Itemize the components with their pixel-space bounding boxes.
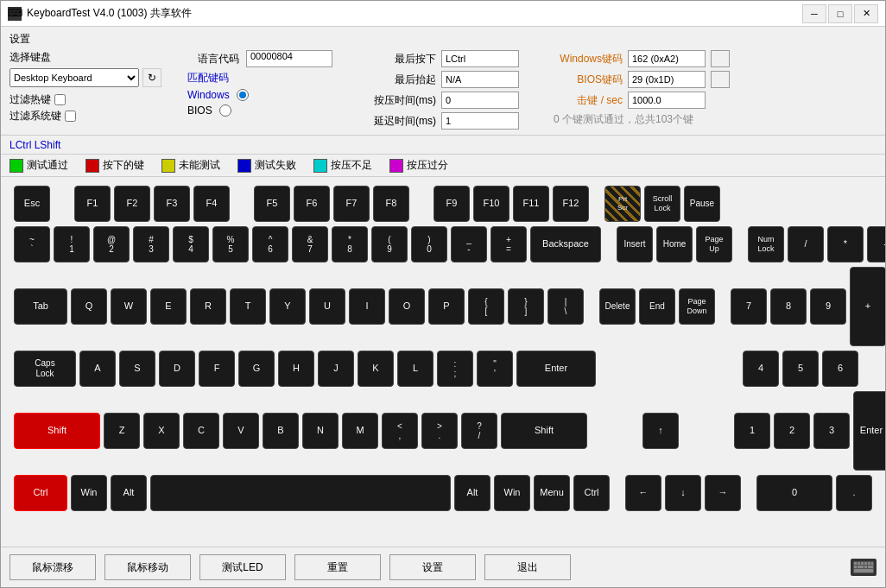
key-6[interactable]: ^6 (252, 226, 288, 262)
mouse-hover-button[interactable]: 鼠标漂移 (9, 554, 96, 580)
match-bios-radio[interactable] (219, 104, 231, 117)
key-h[interactable]: H (278, 351, 314, 387)
key-num-lock[interactable]: NumLock (748, 226, 784, 262)
quit-button[interactable]: 退出 (484, 554, 571, 580)
key-q[interactable]: Q (71, 288, 107, 325)
key-u[interactable]: U (309, 288, 345, 325)
key-z[interactable]: Z (104, 413, 140, 449)
key-period[interactable]: >. (421, 413, 458, 449)
key-1[interactable]: !1 (54, 226, 90, 262)
key-semicolon[interactable]: :; (437, 351, 473, 387)
key-prtsc[interactable]: PrtScr (604, 186, 641, 222)
reset-button[interactable]: 重置 (294, 554, 381, 580)
key-b[interactable]: B (263, 413, 299, 449)
key-f[interactable]: F (199, 351, 235, 387)
key-slash[interactable]: ?/ (461, 413, 497, 449)
key-w[interactable]: W (111, 288, 147, 325)
key-ctrl-right[interactable]: Ctrl (573, 475, 610, 511)
refresh-button[interactable]: ↻ (142, 68, 161, 87)
key-num-7[interactable]: 7 (731, 288, 767, 325)
key-f10[interactable]: F10 (473, 186, 509, 222)
key-r[interactable]: R (190, 288, 226, 325)
key-alt-right[interactable]: Alt (454, 475, 490, 511)
key-end[interactable]: End (639, 288, 675, 325)
key-enter[interactable]: Enter (516, 351, 596, 387)
key-num-3[interactable]: 3 (813, 413, 850, 449)
key-k[interactable]: K (358, 351, 394, 387)
key-m[interactable]: M (342, 413, 378, 449)
key-num-6[interactable]: 6 (822, 351, 858, 387)
key-caps-lock[interactable]: CapsLock (14, 351, 76, 387)
key-x[interactable]: X (143, 413, 180, 449)
key-num-0[interactable]: 0 (756, 475, 832, 511)
key-f2[interactable]: F2 (114, 186, 150, 222)
key-up[interactable]: ↑ (642, 413, 679, 449)
key-minus[interactable]: _- (451, 226, 487, 262)
key-scroll-lock[interactable]: ScrollLock (644, 186, 680, 222)
key-delete[interactable]: Delete (599, 288, 636, 325)
filter-system-checkbox[interactable] (65, 111, 76, 122)
key-4[interactable]: $4 (173, 226, 209, 262)
key-y[interactable]: Y (269, 288, 306, 325)
key-f9[interactable]: F9 (434, 186, 470, 222)
key-2[interactable]: @2 (93, 226, 130, 262)
key-home[interactable]: Home (656, 226, 693, 262)
test-led-button[interactable]: 测试LED (199, 554, 286, 580)
key-quote[interactable]: "' (477, 351, 513, 387)
key-lbracket[interactable]: {[ (468, 288, 504, 325)
key-e[interactable]: E (150, 288, 187, 325)
key-down[interactable]: ↓ (665, 475, 701, 511)
key-num-dot[interactable]: . (836, 475, 872, 511)
key-num-slash[interactable]: / (788, 226, 824, 262)
key-f12[interactable]: F12 (553, 186, 589, 222)
key-win-right[interactable]: Win (494, 475, 530, 511)
key-space[interactable] (150, 475, 451, 511)
key-num-star[interactable]: * (827, 226, 864, 262)
key-backspace[interactable]: Backspace (530, 226, 601, 262)
key-s[interactable]: S (119, 351, 155, 387)
key-f6[interactable]: F6 (294, 186, 330, 222)
settings-button[interactable]: 设置 (389, 554, 476, 580)
key-insert[interactable]: Insert (617, 226, 653, 262)
key-num-5[interactable]: 5 (782, 351, 819, 387)
key-backtick[interactable]: ~` (14, 226, 50, 262)
key-num-plus[interactable]: + (850, 267, 885, 346)
key-l[interactable]: L (397, 351, 434, 387)
key-num-enter[interactable]: Enter (853, 391, 885, 471)
key-page-down[interactable]: PageDown (679, 288, 715, 325)
key-f7[interactable]: F7 (333, 186, 370, 222)
key-rbracket[interactable]: }] (508, 288, 544, 325)
key-esc[interactable]: Esc (14, 186, 50, 222)
key-left[interactable]: ← (625, 475, 661, 511)
key-d[interactable]: D (159, 351, 195, 387)
key-o[interactable]: O (389, 288, 425, 325)
maximize-button[interactable]: □ (828, 4, 852, 23)
key-f5[interactable]: F5 (254, 186, 290, 222)
key-f1[interactable]: F1 (74, 186, 111, 222)
key-backslash[interactable]: |\ (547, 288, 584, 325)
key-page-up[interactable]: PageUp (696, 226, 732, 262)
key-alt-left[interactable]: Alt (111, 475, 147, 511)
key-right[interactable]: → (705, 475, 741, 511)
filter-hotkeys-checkbox[interactable] (54, 94, 66, 105)
key-num-2[interactable]: 2 (774, 413, 810, 449)
key-f8[interactable]: F8 (373, 186, 409, 222)
key-num-minus[interactable]: - (867, 226, 885, 262)
key-ctrl-left[interactable]: Ctrl (14, 475, 67, 511)
key-v[interactable]: V (223, 413, 259, 449)
key-f11[interactable]: F11 (513, 186, 549, 222)
key-t[interactable]: T (230, 288, 266, 325)
key-f4[interactable]: F4 (193, 186, 230, 222)
key-comma[interactable]: <, (382, 413, 418, 449)
key-menu[interactable]: Menu (534, 475, 570, 511)
key-9[interactable]: (9 (371, 226, 408, 262)
key-5[interactable]: %5 (212, 226, 249, 262)
keyboard-select-input[interactable]: Desktop Keyboard (9, 68, 139, 87)
key-num-8[interactable]: 8 (770, 288, 807, 325)
key-0[interactable]: )0 (411, 226, 447, 262)
key-c[interactable]: C (183, 413, 219, 449)
minimize-button[interactable]: ─ (802, 4, 826, 23)
key-j[interactable]: J (318, 351, 354, 387)
key-p[interactable]: P (428, 288, 465, 325)
close-button[interactable]: ✕ (854, 4, 878, 23)
